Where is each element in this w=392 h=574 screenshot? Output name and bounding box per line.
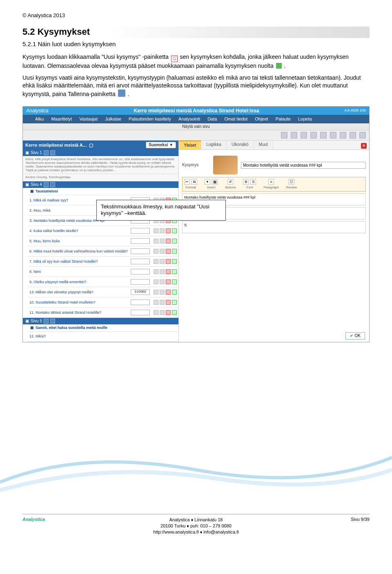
question-row[interactable]: 7. Mikä oli syy kun valitsit Strand Hote… (28, 257, 178, 267)
up-icon[interactable] (154, 279, 158, 284)
menu-vastaajat[interactable]: Vastaajat (79, 116, 98, 122)
question-row[interactable]: 6. Mitkä muut hotellit olivat vaihtoehto… (28, 246, 178, 257)
page-icon[interactable] (50, 182, 55, 187)
up-icon[interactable] (154, 239, 158, 243)
tab-logiikka[interactable]: Logiikka (201, 141, 227, 150)
page-icon[interactable] (44, 319, 49, 324)
menu-data[interactable]: Data (207, 116, 217, 122)
add-icon[interactable] (172, 228, 177, 233)
question-row[interactable]: 12. Miksi? (28, 332, 178, 342)
toolbar-icon[interactable] (330, 132, 336, 138)
down-icon[interactable] (160, 239, 165, 243)
down-icon[interactable] (160, 249, 165, 254)
add-icon[interactable] (172, 239, 177, 243)
question-row[interactable]: 4. Kuka valitsi hotellin sinulle? (28, 226, 178, 236)
add-icon[interactable] (172, 259, 177, 264)
up-icon[interactable] (154, 228, 158, 233)
menu-maarittelyt[interactable]: Maarittelyt (51, 116, 72, 122)
close-icon[interactable]: × (361, 143, 367, 149)
question-row[interactable]: 11. Montako tähteä antaisit Strand Hotel… (28, 308, 178, 318)
type-selector[interactable]: 11/2002 (131, 289, 150, 295)
type-selector[interactable] (131, 259, 150, 264)
question-row[interactable]: 10. Suositteletko Strand Hotel muillekin… (28, 297, 178, 308)
tool-icon[interactable]: ✂ (184, 179, 190, 185)
del-icon[interactable] (166, 239, 171, 243)
menu-palaute[interactable]: Palaute (276, 116, 291, 122)
add-icon[interactable] (172, 279, 177, 284)
add-icon[interactable] (172, 269, 177, 274)
down-icon[interactable] (160, 228, 165, 233)
editor-field[interactable]: S (182, 221, 366, 233)
toolbar-icon[interactable] (350, 132, 356, 138)
menu-alku[interactable]: Alku (35, 116, 44, 122)
question-row[interactable]: 13. Milloin olet viimeksi yöpynyt meillä… (28, 287, 178, 297)
del-icon[interactable] (166, 269, 171, 274)
add-icon[interactable] (172, 300, 177, 305)
del-icon[interactable] (166, 290, 171, 295)
section-taustatietosi[interactable]: ▣Taustatietosi (28, 188, 178, 195)
toolbar-icon[interactable] (291, 132, 297, 138)
type-selector[interactable] (131, 310, 150, 315)
type-selector[interactable] (131, 299, 150, 305)
del-icon[interactable] (166, 310, 171, 315)
add-icon[interactable] (172, 310, 177, 315)
type-selector[interactable] (131, 248, 150, 254)
menu-palautteiden[interactable]: Palautteiden kasittely (129, 116, 171, 122)
down-icon[interactable] (160, 310, 165, 315)
down-icon[interactable] (160, 279, 165, 284)
toolbar-icon[interactable] (340, 132, 346, 138)
del-icon[interactable] (166, 279, 171, 284)
question-text-input[interactable] (241, 162, 366, 169)
type-selector[interactable] (131, 228, 150, 234)
tool-bold[interactable]: B (243, 179, 249, 185)
toolbar-icon[interactable] (301, 132, 307, 138)
tool-icon[interactable]: ⧉ (192, 179, 197, 185)
survey-icon[interactable]: ▢ (89, 143, 93, 148)
del-icon[interactable] (166, 259, 171, 264)
page-header-4[interactable]: ▣Sivu 4 (23, 181, 178, 188)
tab-muut[interactable]: Muut (254, 141, 273, 150)
menu-ohjeet[interactable]: Ohjeet (255, 116, 268, 122)
page-icon[interactable] (50, 319, 55, 324)
page-header-1[interactable]: ▣Sivu 1 (23, 150, 178, 156)
toolbar-icon[interactable] (310, 132, 317, 138)
page-icon[interactable] (50, 150, 55, 155)
page-icon[interactable] (44, 150, 49, 155)
menu-analysointi[interactable]: Analysointi (178, 116, 200, 122)
tool-icon[interactable]: ✦ (205, 179, 210, 185)
tab-ulkonako[interactable]: Ulkonäkö (227, 141, 254, 150)
down-icon[interactable] (160, 259, 165, 264)
up-icon[interactable] (154, 300, 158, 305)
language-select[interactable]: Suomeksi ▼ (146, 142, 176, 148)
tool-para[interactable]: ≡ (268, 179, 274, 185)
page-icon[interactable] (44, 182, 49, 187)
del-icon[interactable] (166, 249, 171, 254)
question-row[interactable]: 9. Oletko yöpynyt meillä ennenkin? (28, 277, 178, 287)
type-selector[interactable] (131, 269, 150, 275)
add-icon[interactable] (172, 290, 177, 295)
tool-strike[interactable]: S (250, 179, 256, 185)
down-icon[interactable] (160, 269, 165, 274)
toolbar-icon[interactable] (320, 132, 327, 138)
toolbar-icon[interactable] (281, 132, 287, 138)
up-icon[interactable] (154, 249, 158, 254)
type-selector[interactable] (131, 279, 150, 285)
question-row[interactable]: 8. Nimi (28, 267, 178, 277)
toolbar-icon[interactable] (359, 132, 366, 138)
up-icon[interactable] (154, 259, 158, 264)
tool-icon[interactable]: ↺ (227, 179, 233, 185)
add-icon[interactable] (172, 249, 177, 254)
menu-lopeta[interactable]: Lopeta (298, 116, 312, 122)
subbar[interactable]: Näytä vain sivu (23, 123, 369, 130)
tool-review[interactable]: ☳ (289, 179, 294, 185)
down-icon[interactable] (160, 300, 165, 305)
tool-icon[interactable]: ▦ (212, 179, 218, 185)
page-header-5[interactable]: ▣Sivu 5 (23, 318, 178, 324)
up-icon[interactable] (154, 310, 158, 315)
menu-julkaise[interactable]: Julkaise (105, 116, 121, 122)
del-icon[interactable] (166, 300, 171, 305)
section-sanoit[interactable]: ▣Sanoit, ettet halua suositella meitä mu… (28, 324, 178, 332)
tab-yleiset[interactable]: Yleiset (179, 141, 201, 150)
up-icon[interactable] (154, 269, 158, 274)
del-icon[interactable] (166, 228, 171, 233)
